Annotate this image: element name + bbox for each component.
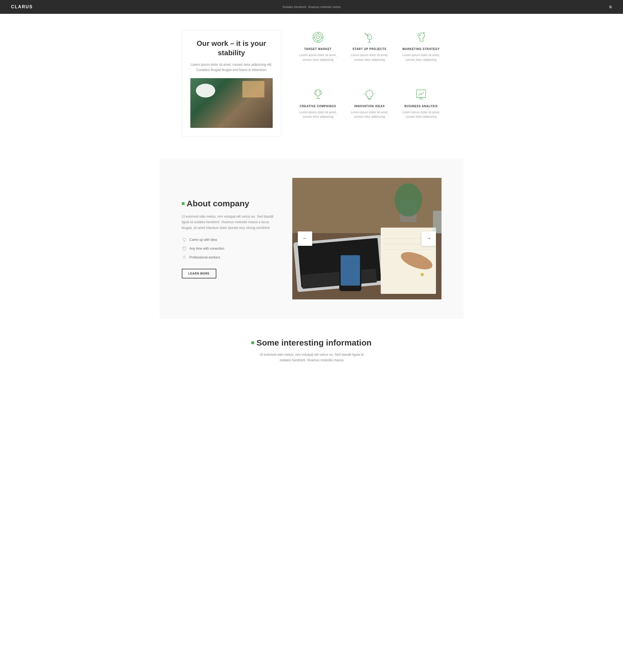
target-icon (311, 30, 325, 44)
about-left-content: About company Ut euismod odio metus, non… (182, 199, 276, 278)
feature-business-desc: Lorem ipsum dolor sit amet, consec tetur… (401, 110, 442, 119)
about-text: Ut euismod odio metus, non volutpat elit… (182, 214, 276, 231)
navbar: CLARUS Sodales hendrerit. Vivamus molest… (0, 0, 623, 14)
list-item-workers: Professional workers (182, 255, 276, 260)
about-heading: About company (182, 199, 276, 208)
svg-point-12 (420, 35, 421, 36)
feature-creative-title: CREATIVE COMPAINGS (298, 105, 338, 108)
list-item-idea: Came up with idea (182, 237, 276, 242)
nav-tagline: Sodales hendrerit. Vivamus molestie metu… (283, 5, 340, 8)
svg-rect-35 (340, 255, 360, 285)
section-about: About company Ut euismod odio metus, non… (160, 158, 464, 319)
horse-icon (414, 30, 428, 44)
feature-innovation-desc: Lorem ipsum dolor sit amet, consec tetur… (349, 110, 390, 119)
feature-startup-title: START UP PROJECTS (349, 48, 390, 51)
feature-startup-desc: Lorem ipsum dolor sit amet, consec tetur… (349, 53, 390, 62)
telescope-icon (362, 30, 376, 44)
svg-line-11 (365, 33, 366, 35)
bulb-icon (362, 88, 376, 101)
svg-rect-43 (433, 211, 442, 233)
heading-accent-square (182, 202, 184, 205)
feature-business-title: BUSINESS ANALYSIS (401, 105, 442, 108)
feature-target-market-title: TARGET MARKET (298, 48, 338, 51)
feature-target-market-desc: Lorem ipsum dolor sit amet, consec tetur… (298, 53, 338, 62)
section-work: Our work – it is your stability Lorem ip… (160, 14, 464, 158)
chart-icon (414, 88, 428, 101)
svg-rect-20 (417, 90, 426, 97)
work-left-card: Our work – it is your stability Lorem ip… (182, 30, 281, 136)
feature-marketing-desc: Lorem ipsum dolor sit amet, consec tetur… (401, 53, 442, 62)
svg-point-44 (420, 273, 424, 276)
work-description: Lorem ipsum dolor sit amet, consec tetur… (190, 62, 273, 73)
feature-creative-desc: Lorem ipsum dolor sit amet, consec tetur… (298, 110, 338, 119)
person-icon (182, 255, 187, 260)
lightbulb-icon (182, 237, 187, 242)
svg-point-2 (316, 36, 319, 39)
about-right-image: ← → (292, 178, 442, 299)
about-list: Came up with idea Any time with conectio… (182, 237, 276, 260)
feature-innovation-title: INNOVATION IDEAS (349, 105, 390, 108)
svg-rect-26 (183, 247, 186, 250)
learn-more-button[interactable]: LEARN MORE (182, 269, 216, 278)
svg-point-1 (315, 34, 321, 40)
feature-marketing-strategy: MARKETING STRATEGY Lorem ipsum dolor sit… (401, 30, 442, 79)
work-title: Our work – it is your stability (190, 39, 273, 58)
info-text: Ut euismod odio metus, non volutpat elit… (254, 352, 370, 363)
work-image (190, 78, 273, 128)
feature-marketing-title: MARKETING STRATEGY (401, 48, 442, 51)
feature-business-analysis: BUSINESS ANALYSIS Lorem ipsum dolor sit … (401, 88, 442, 136)
svg-point-28 (183, 256, 185, 257)
about-carousel-image (292, 178, 442, 299)
feature-creative-campaigns: CREATIVE COMPAINGS Lorem ipsum dolor sit… (298, 88, 338, 136)
svg-line-10 (365, 34, 370, 37)
features-grid: TARGET MARKET Lorem ipsum dolor sit amet… (298, 30, 442, 136)
nav-logo: CLARUS (11, 4, 33, 9)
list-item-connection: Any time with conection (182, 246, 276, 251)
svg-point-42 (394, 183, 422, 217)
bookmark-icon (182, 246, 187, 251)
list-item-workers-text: Professional workers (189, 255, 220, 259)
list-item-connection-text: Any time with conection (189, 247, 224, 250)
trophy-icon (311, 88, 325, 101)
carousel-prev-button[interactable]: ← (298, 232, 312, 246)
feature-target-market: TARGET MARKET Lorem ipsum dolor sit amet… (298, 30, 338, 79)
section-info: Some interesting information Ut euismod … (160, 319, 464, 374)
svg-point-9 (366, 33, 373, 40)
hamburger-menu-icon[interactable]: ≡ (609, 4, 612, 10)
info-heading: Some interesting information (182, 338, 442, 347)
carousel-next-button[interactable]: → (422, 232, 436, 246)
feature-innovation-ideas: INNOVATION IDEAS Lorem ipsum dolor sit a… (349, 88, 390, 136)
feature-startup-projects: START UP PROJECTS Lorem ipsum dolor sit … (349, 30, 390, 79)
info-heading-accent (251, 341, 254, 344)
list-item-idea-text: Came up with idea (189, 238, 217, 242)
